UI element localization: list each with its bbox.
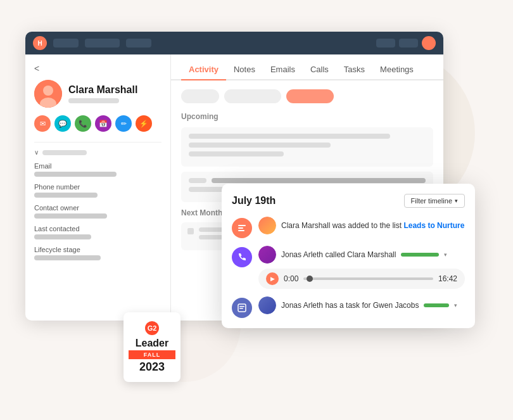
g2-leader-text: Leader: [136, 338, 168, 349]
user-avatar-nav[interactable]: [422, 36, 436, 50]
jonas-avatar-task: [258, 296, 276, 314]
nav-pill-1: [53, 39, 79, 48]
timeline-entries: Clara Marshall was added to the list Lea…: [232, 217, 465, 318]
timeline-entry-task: Jonas Arleth has a task for Gwen Jacobs …: [232, 296, 465, 318]
lifecycle-field-label: Lifecycle stage: [34, 246, 162, 253]
call-action-icon[interactable]: 📞: [75, 115, 91, 132]
email-field-label: Email: [34, 162, 162, 170]
clara-avatar: [258, 217, 276, 234]
g2-badge: G2 Leader FALL 2023: [124, 312, 180, 382]
call-bar: [401, 253, 439, 257]
task-icon: [232, 298, 252, 318]
g2-logo: G2: [145, 321, 159, 335]
task-row: Jonas Arleth has a task for Gwen Jacobs …: [258, 296, 465, 314]
list-add-text: Clara Marshall was added to the list Lea…: [281, 220, 464, 231]
nav-right-pill-2: [399, 39, 418, 48]
list-add-content: Clara Marshall was added to the list Lea…: [258, 217, 465, 234]
svg-rect-7: [239, 306, 244, 307]
audio-player[interactable]: ▶ 0:00 16:42: [258, 269, 465, 289]
timeline-panel: July 19th Filter timeline ▾: [222, 184, 475, 328]
email-action-icon[interactable]: ✉: [34, 115, 51, 132]
card-line-1: [189, 134, 390, 139]
lifecycle-field-group: Lifecycle stage: [34, 246, 162, 260]
filter-pill-1[interactable]: [181, 89, 219, 103]
task-content: Jonas Arleth has a task for Gwen Jacobs …: [258, 296, 465, 314]
lastcontacted-field-label: Last contacted: [34, 225, 162, 232]
lastcontacted-field-group: Last contacted: [34, 225, 162, 239]
svg-rect-3: [238, 225, 246, 226]
back-button[interactable]: <: [34, 63, 162, 73]
upcoming-card-1: [181, 127, 433, 167]
call-text: Jonas Arleth called Clara Marshall: [281, 250, 396, 260]
card-line-2: [189, 143, 331, 148]
email-field-group: Email: [34, 162, 162, 177]
lastcontacted-field-value: [34, 234, 91, 239]
call-row: Jonas Arleth called Clara Marshall ▾: [258, 246, 465, 264]
expand-label-bar: [42, 150, 87, 155]
chat-action-icon[interactable]: 💬: [54, 115, 71, 132]
timeline-header: July 19th Filter timeline ▾: [232, 194, 465, 208]
timeline-entry-call: Jonas Arleth called Clara Marshall ▾ ▶ 0…: [232, 246, 465, 289]
contact-actions: ✉ 💬 📞 📅 ✏ ⚡: [34, 115, 162, 132]
list-add-icon: [232, 218, 252, 238]
activity-tabs: Activity Notes Emails Calls Tasks Meetin…: [171, 60, 443, 80]
meeting-action-icon[interactable]: 📅: [95, 115, 111, 132]
lifecycle-field-value: [34, 255, 101, 260]
owner-field-value: [34, 213, 107, 219]
audio-scrubber[interactable]: [307, 276, 313, 282]
audio-time-start: 0:00: [284, 274, 298, 284]
tab-activity[interactable]: Activity: [181, 60, 226, 80]
phone-field-label: Phone number: [34, 183, 162, 191]
contact-header: Clara Marshall: [34, 80, 162, 108]
tab-emails[interactable]: Emails: [263, 60, 303, 80]
tab-calls[interactable]: Calls: [303, 60, 336, 80]
owner-field-group: Contact owner: [34, 204, 162, 219]
filter-row: [181, 89, 433, 103]
play-button[interactable]: ▶: [266, 272, 279, 285]
filter-pill-3[interactable]: [286, 89, 334, 103]
jonas-avatar-call: [258, 246, 276, 264]
svg-rect-8: [239, 308, 243, 309]
expand-chevron-icon: ∨: [34, 149, 39, 156]
tab-notes[interactable]: Notes: [226, 60, 263, 80]
call-bar-dropdown-icon: ▾: [444, 251, 447, 258]
card-line-3: [189, 151, 284, 156]
phone-field-group: Phone number: [34, 183, 162, 198]
nav-pill-2: [85, 39, 120, 48]
nav-pill-3: [126, 39, 151, 48]
task-bar: [424, 303, 449, 307]
field-expand-row[interactable]: ∨: [34, 149, 162, 156]
contact-company: [68, 98, 119, 103]
sidebar-divider: [34, 142, 162, 143]
contact-sidebar: < Clara Marshall ✉ 💬: [25, 54, 171, 321]
nav-bar: H: [25, 32, 443, 54]
call-content: Jonas Arleth called Clara Marshall ▾ ▶ 0…: [258, 246, 465, 289]
svg-point-1: [43, 86, 53, 96]
filter-timeline-button[interactable]: Filter timeline ▾: [404, 194, 465, 208]
audio-progress-bar[interactable]: [303, 277, 433, 280]
nav-right-pill-1: [376, 39, 395, 48]
task-bar-dropdown-icon: ▾: [454, 302, 457, 309]
filter-timeline-label: Filter timeline: [411, 197, 452, 205]
phone-field-value: [34, 193, 98, 198]
task-action-icon[interactable]: ⚡: [136, 115, 152, 132]
filter-chevron-icon: ▾: [455, 198, 458, 204]
note-action-icon[interactable]: ✏: [115, 115, 132, 132]
g2-season-band: FALL: [129, 350, 175, 359]
contact-avatar: [34, 80, 62, 108]
svg-rect-4: [238, 227, 243, 229]
email-field-value: [34, 172, 117, 177]
hubspot-logo: H: [33, 36, 47, 50]
g2-year-text: 2023: [139, 360, 165, 374]
audio-time-end: 16:42: [438, 274, 457, 284]
filter-pill-2[interactable]: [224, 89, 281, 103]
owner-field-label: Contact owner: [34, 204, 162, 212]
task-text: Jonas Arleth has a task for Gwen Jacobs: [281, 300, 419, 311]
timeline-date: July 19th: [232, 195, 276, 207]
tab-tasks[interactable]: Tasks: [336, 60, 372, 80]
leads-to-nurture-link[interactable]: Leads to Nurture: [403, 221, 464, 230]
contact-name: Clara Marshall: [68, 84, 137, 96]
tab-meetings[interactable]: Meetings: [372, 60, 421, 80]
timeline-entry-list-add: Clara Marshall was added to the list Lea…: [232, 217, 465, 238]
list-add-row: Clara Marshall was added to the list Lea…: [258, 217, 465, 234]
